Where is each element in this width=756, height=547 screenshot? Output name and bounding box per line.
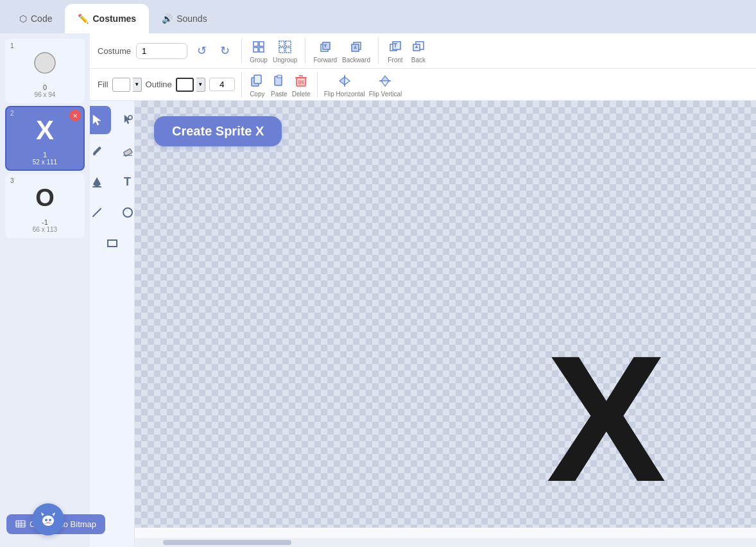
toolbar-row2: Fill ▼ Outline ▼ Cop [90, 69, 756, 101]
create-sprite-button[interactable]: Create Sprite X [154, 116, 282, 146]
sounds-icon: 🔊 [162, 13, 173, 24]
main-container: 1 0 96 x 94 2 ✕ X 1 52 x 111 3 O -1 66 x… [0, 33, 756, 547]
group-btn[interactable]: Group [250, 38, 268, 64]
tab-code[interactable]: ⬡ Code [6, 4, 65, 33]
forward-btn[interactable]: Forward [313, 38, 337, 64]
cat-icon-button[interactable] [32, 503, 64, 535]
svg-rect-26 [254, 75, 261, 83]
costume-field-label: Costume [98, 46, 131, 56]
flip-h-label: Flip Horizontal [324, 91, 365, 98]
costume-preview-2: X [19, 111, 71, 150]
delete-label: Delete [292, 91, 311, 98]
svg-rect-18 [393, 42, 400, 49]
outline-width-input[interactable] [209, 78, 235, 91]
ungroup-icon [276, 38, 294, 56]
svg-rect-1 [253, 42, 258, 46]
tab-sounds[interactable]: 🔊 Sounds [149, 4, 219, 33]
delete-icon [292, 72, 310, 90]
separator-3 [378, 38, 379, 64]
svg-point-55 [42, 516, 54, 526]
costume-preview-1 [19, 44, 71, 82]
svg-rect-5 [279, 41, 284, 46]
outline-arrow[interactable]: ▼ [196, 78, 205, 92]
delete-costume-btn[interactable]: ✕ [69, 110, 81, 121]
tool-fill[interactable] [90, 168, 111, 196]
tool-select[interactable] [90, 106, 111, 134]
fill-arrow[interactable]: ▼ [133, 78, 142, 92]
back-btn[interactable]: Back [409, 38, 427, 64]
tab-costumes[interactable]: ✏️ Costumes [65, 4, 149, 33]
costume-name-input[interactable] [136, 43, 187, 59]
backward-label: Backward [342, 56, 370, 64]
tools-sidebar: T [90, 101, 135, 547]
group-icon [250, 38, 268, 56]
costume-item-1[interactable]: 1 0 96 x 94 [5, 39, 85, 103]
costume-number-2: 2 [10, 110, 14, 117]
svg-marker-36 [339, 77, 345, 85]
backward-icon [347, 38, 365, 56]
svg-point-42 [128, 116, 132, 119]
tool-row-3: T [90, 168, 142, 196]
svg-rect-28 [277, 75, 282, 78]
tabs-bar: ⬡ Code ✏️ Costumes 🔊 Sounds [0, 0, 756, 33]
tab-costumes-label: Costumes [92, 13, 136, 24]
svg-point-43 [93, 153, 96, 155]
costume-item-2[interactable]: 2 ✕ X 1 52 x 111 [5, 106, 85, 171]
svg-marker-41 [93, 115, 101, 125]
toolbar-row1: Costume ↺ ↻ Group [90, 33, 756, 69]
flip-v-label: Flip Vertical [369, 91, 402, 98]
canvas-scrollbar-thumb[interactable] [163, 540, 291, 545]
costume-number-3: 3 [10, 177, 14, 184]
ungroup-btn[interactable]: Ungroup [273, 38, 297, 64]
code-icon: ⬡ [19, 13, 27, 24]
fill-color-box[interactable] [112, 78, 130, 92]
front-icon [386, 38, 404, 56]
costume-label-2: 1 [43, 151, 47, 159]
costume-dims-1: 96 x 94 [35, 91, 56, 98]
convert-icon [15, 520, 26, 529]
back-label: Back [411, 56, 425, 64]
copy-btn[interactable]: Copy [248, 72, 266, 98]
costume-label-3: -1 [42, 218, 48, 226]
costume-preview-3: O [19, 178, 71, 217]
tab-code-label: Code [31, 13, 52, 24]
redo-btn[interactable]: ↻ [216, 42, 234, 60]
tool-row-4 [90, 198, 142, 227]
delete-btn[interactable]: Delete [292, 72, 311, 98]
copy-icon [248, 72, 266, 90]
flip-h-icon [336, 72, 354, 90]
backward-btn[interactable]: Backward [342, 38, 370, 64]
undo-icon: ↺ [193, 42, 210, 60]
svg-marker-37 [345, 77, 350, 85]
costume-item-3[interactable]: 3 O -1 66 x 113 [5, 173, 85, 238]
svg-rect-46 [92, 186, 101, 187]
tool-brush[interactable] [90, 137, 111, 165]
flip-h-btn[interactable]: Flip Horizontal [324, 72, 365, 98]
outline-color-box[interactable] [176, 78, 194, 92]
front-btn[interactable]: Front [386, 38, 404, 64]
canvas-area[interactable]: Create Sprite X X [135, 101, 756, 547]
outline-color-group: ▼ [176, 78, 205, 92]
costume-number-1: 1 [10, 42, 14, 49]
canvas-scrollbar[interactable] [135, 538, 756, 547]
tool-rect[interactable] [98, 229, 126, 257]
tool-line[interactable] [90, 198, 111, 227]
copy-label: Copy [250, 91, 264, 98]
editor-area: Costume ↺ ↻ Group [90, 33, 756, 547]
separator-1 [241, 38, 242, 64]
separator-2 [305, 38, 305, 64]
svg-point-48 [123, 208, 132, 217]
svg-marker-40 [381, 81, 389, 86]
front-label: Front [388, 56, 402, 64]
canvas-editor-wrapper: T [90, 101, 756, 547]
create-sprite-label: Create Sprite X [172, 124, 264, 138]
svg-rect-2 [259, 42, 264, 46]
costume-dims-3: 66 x 113 [33, 226, 57, 233]
paste-btn[interactable]: Paste [270, 72, 288, 98]
separator-4 [241, 72, 242, 98]
ungroup-label: Ungroup [273, 56, 297, 64]
undo-btn[interactable]: ↺ [193, 42, 210, 60]
costume-dims-2: 52 x 111 [33, 159, 57, 166]
flip-v-btn[interactable]: Flip Vertical [369, 72, 402, 98]
svg-rect-3 [253, 48, 258, 52]
